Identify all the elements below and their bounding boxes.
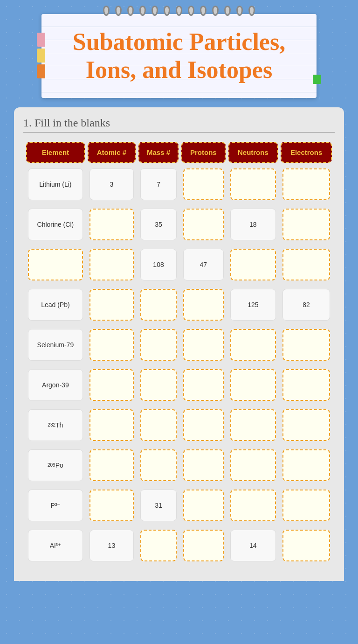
ring — [164, 6, 170, 16]
ring — [139, 6, 146, 16]
blank-cell[interactable] — [282, 409, 330, 441]
table-row: Lithium (Li)37 — [26, 166, 332, 203]
blank-cell[interactable] — [183, 530, 224, 561]
blank-cell[interactable] — [183, 209, 224, 240]
static-cell: 7 — [140, 168, 177, 200]
static-cell: 35 — [140, 209, 177, 240]
blank-cell[interactable] — [140, 530, 177, 561]
cell-atomic: 13 — [88, 527, 136, 564]
cell-element: Lead (Pb) — [26, 286, 85, 323]
static-cell: Chlorine (Cl) — [28, 209, 83, 240]
cell-neutrons — [228, 246, 278, 283]
cell-electrons — [281, 366, 332, 404]
notebook: Subatomic Particles, Ions, and Isotopes — [41, 14, 317, 98]
blank-cell[interactable] — [140, 409, 177, 441]
blank-cell[interactable] — [282, 449, 330, 481]
static-cell: P³⁻ — [28, 490, 83, 521]
content-area: 1. Fill in the blanks Element Atomic # M… — [14, 107, 344, 581]
cell-neutrons — [228, 487, 278, 524]
fill-table: Element Atomic # Mass # Protons Neutrons… — [23, 139, 335, 567]
cell-protons — [181, 286, 226, 323]
blank-cell[interactable] — [183, 409, 224, 441]
blank-cell[interactable] — [140, 449, 177, 481]
ring — [103, 6, 110, 16]
cell-mass: 108 — [138, 246, 179, 283]
blank-cell[interactable] — [230, 490, 276, 521]
cell-element: Argon-39 — [26, 366, 85, 404]
col-header-atomic: Atomic # — [88, 142, 136, 163]
blank-cell[interactable] — [90, 329, 134, 361]
blank-cell[interactable] — [183, 369, 224, 401]
blank-cell[interactable] — [282, 168, 330, 200]
col-header-element: Element — [26, 142, 85, 163]
blank-cell[interactable] — [183, 449, 224, 481]
static-cell: 47 — [183, 249, 224, 280]
blank-cell[interactable] — [90, 209, 134, 240]
cell-electrons: 82 — [281, 286, 332, 323]
table-row: 232Th — [26, 406, 332, 444]
cell-electrons — [281, 246, 332, 283]
cell-electrons — [281, 326, 332, 364]
static-cell: 31 — [140, 490, 177, 521]
table-row: 209Po — [26, 447, 332, 484]
blank-cell[interactable] — [230, 249, 276, 280]
cell-protons — [181, 166, 226, 203]
table-row: Chlorine (Cl)3518 — [26, 206, 332, 243]
cell-mass — [138, 286, 179, 323]
cell-neutrons — [228, 326, 278, 364]
blank-cell[interactable] — [90, 249, 134, 280]
blank-cell[interactable] — [140, 289, 177, 321]
blank-cell[interactable] — [90, 490, 134, 521]
blank-cell[interactable] — [230, 168, 276, 200]
ring — [115, 6, 122, 16]
cell-protons — [181, 527, 226, 564]
cell-mass: 31 — [138, 487, 179, 524]
static-cell: 209Po — [28, 449, 83, 481]
blank-cell[interactable] — [230, 449, 276, 481]
cell-neutrons — [228, 447, 278, 484]
blank-cell[interactable] — [28, 249, 83, 280]
blank-cell[interactable] — [230, 329, 276, 361]
tab-pink — [37, 33, 45, 47]
table-row: Selenium-79 — [26, 326, 332, 364]
cell-mass: 7 — [138, 166, 179, 203]
static-cell: Al³⁺ — [28, 530, 83, 561]
blank-cell[interactable] — [90, 449, 134, 481]
cell-atomic — [88, 326, 136, 364]
blank-cell[interactable] — [282, 209, 330, 240]
blank-cell[interactable] — [140, 369, 177, 401]
cell-atomic — [88, 366, 136, 404]
cell-mass: 35 — [138, 206, 179, 243]
blank-cell[interactable] — [90, 409, 134, 441]
cell-mass — [138, 406, 179, 444]
cell-atomic — [88, 246, 136, 283]
static-cell: 14 — [230, 530, 276, 561]
cell-protons — [181, 447, 226, 484]
cell-protons — [181, 326, 226, 364]
col-header-neutrons: Neutrons — [228, 142, 278, 163]
cell-neutrons — [228, 166, 278, 203]
blank-cell[interactable] — [183, 289, 224, 321]
blank-cell[interactable] — [140, 329, 177, 361]
blank-cell[interactable] — [282, 249, 330, 280]
blank-cell[interactable] — [183, 490, 224, 521]
blank-cell[interactable] — [282, 369, 330, 401]
blank-cell[interactable] — [183, 168, 224, 200]
blank-cell[interactable] — [90, 369, 134, 401]
blank-cell[interactable] — [282, 530, 330, 561]
blank-cell[interactable] — [282, 490, 330, 521]
blank-cell[interactable] — [230, 369, 276, 401]
static-cell: 125 — [230, 289, 276, 321]
blank-cell[interactable] — [282, 329, 330, 361]
cell-electrons — [281, 447, 332, 484]
static-cell: 13 — [90, 530, 134, 561]
table-row: P³⁻31 — [26, 487, 332, 524]
blank-cell[interactable] — [230, 409, 276, 441]
cell-electrons — [281, 166, 332, 203]
blank-cell[interactable] — [183, 329, 224, 361]
cell-mass — [138, 366, 179, 404]
cell-electrons — [281, 527, 332, 564]
cell-neutrons: 18 — [228, 206, 278, 243]
blank-cell[interactable] — [90, 289, 134, 321]
col-header-protons: Protons — [181, 142, 226, 163]
